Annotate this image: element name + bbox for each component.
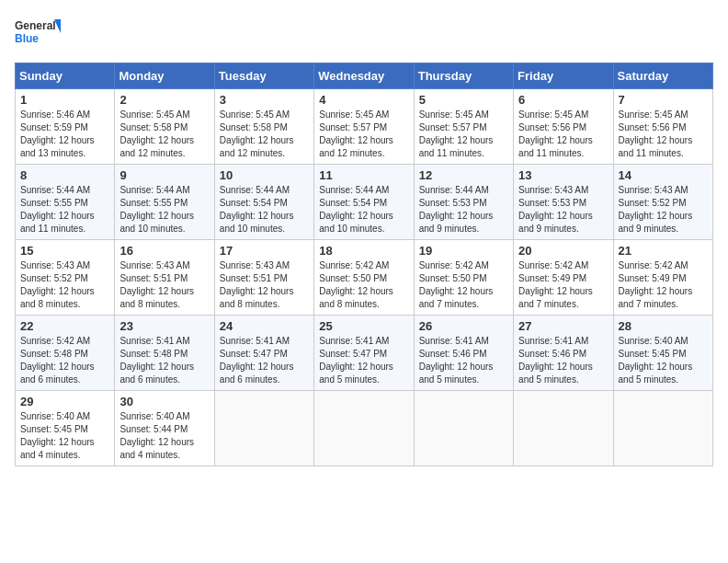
calendar-cell: 29 Sunrise: 5:40 AMSunset: 5:45 PMDaylig…	[16, 391, 115, 466]
day-number: 10	[220, 168, 309, 182]
calendar-cell: 9 Sunrise: 5:44 AMSunset: 5:55 PMDayligh…	[115, 165, 214, 240]
day-info: Sunrise: 5:40 AMSunset: 5:45 PMDaylight:…	[20, 410, 109, 462]
calendar-cell: 12 Sunrise: 5:44 AMSunset: 5:53 PMDaylig…	[414, 165, 513, 240]
calendar-week-3: 15 Sunrise: 5:43 AMSunset: 5:52 PMDaylig…	[16, 240, 713, 316]
day-number: 6	[518, 93, 608, 107]
day-number: 25	[319, 319, 408, 333]
day-number: 18	[319, 244, 408, 258]
calendar-cell: 17 Sunrise: 5:43 AMSunset: 5:51 PMDaylig…	[214, 240, 313, 316]
calendar-cell: 5 Sunrise: 5:45 AMSunset: 5:57 PMDayligh…	[414, 89, 513, 165]
day-number: 28	[619, 319, 708, 333]
day-number: 8	[20, 168, 109, 182]
day-number: 21	[619, 244, 708, 258]
svg-text:Blue: Blue	[15, 32, 39, 45]
day-number: 20	[518, 244, 608, 258]
calendar-week-2: 8 Sunrise: 5:44 AMSunset: 5:55 PMDayligh…	[16, 165, 713, 240]
calendar-cell	[613, 391, 712, 466]
day-number: 17	[220, 244, 309, 258]
calendar-cell: 13 Sunrise: 5:43 AMSunset: 5:53 PMDaylig…	[514, 165, 613, 240]
day-number: 16	[119, 244, 209, 258]
header-day-saturday: Saturday	[613, 63, 712, 89]
calendar-cell: 16 Sunrise: 5:43 AMSunset: 5:51 PMDaylig…	[115, 240, 214, 316]
day-info: Sunrise: 5:41 AMSunset: 5:47 PMDaylight:…	[220, 335, 309, 386]
calendar-cell: 3 Sunrise: 5:45 AMSunset: 5:58 PMDayligh…	[214, 89, 313, 165]
day-number: 1	[20, 93, 109, 107]
calendar-cell: 25 Sunrise: 5:41 AMSunset: 5:47 PMDaylig…	[314, 316, 414, 391]
calendar-cell: 22 Sunrise: 5:42 AMSunset: 5:48 PMDaylig…	[16, 316, 115, 391]
day-info: Sunrise: 5:44 AMSunset: 5:53 PMDaylight:…	[419, 184, 508, 236]
day-info: Sunrise: 5:46 AMSunset: 5:59 PMDaylight:…	[20, 109, 109, 160]
calendar-body: 1 Sunrise: 5:46 AMSunset: 5:59 PMDayligh…	[16, 89, 713, 466]
calendar-cell: 11 Sunrise: 5:44 AMSunset: 5:54 PMDaylig…	[314, 165, 414, 240]
calendar-cell: 18 Sunrise: 5:42 AMSunset: 5:50 PMDaylig…	[314, 240, 414, 316]
header-row: SundayMondayTuesdayWednesdayThursdayFrid…	[16, 63, 713, 89]
day-number: 30	[119, 395, 209, 408]
calendar-cell: 20 Sunrise: 5:42 AMSunset: 5:49 PMDaylig…	[514, 240, 613, 316]
day-number: 23	[119, 319, 209, 333]
header-day-tuesday: Tuesday	[214, 63, 313, 89]
calendar-cell	[214, 391, 313, 466]
day-info: Sunrise: 5:44 AMSunset: 5:54 PMDaylight:…	[319, 184, 408, 236]
day-info: Sunrise: 5:45 AMSunset: 5:57 PMDaylight:…	[319, 109, 408, 160]
calendar-cell: 4 Sunrise: 5:45 AMSunset: 5:57 PMDayligh…	[314, 89, 414, 165]
calendar-cell: 27 Sunrise: 5:41 AMSunset: 5:46 PMDaylig…	[514, 316, 613, 391]
day-number: 22	[20, 319, 109, 333]
day-info: Sunrise: 5:45 AMSunset: 5:57 PMDaylight:…	[419, 109, 508, 160]
day-info: Sunrise: 5:42 AMSunset: 5:49 PMDaylight:…	[518, 259, 608, 311]
day-info: Sunrise: 5:41 AMSunset: 5:46 PMDaylight:…	[518, 335, 608, 386]
day-info: Sunrise: 5:43 AMSunset: 5:52 PMDaylight:…	[619, 184, 708, 236]
day-info: Sunrise: 5:44 AMSunset: 5:55 PMDaylight:…	[20, 184, 109, 236]
page-header: General Blue	[15, 15, 713, 52]
calendar-week-1: 1 Sunrise: 5:46 AMSunset: 5:59 PMDayligh…	[16, 89, 713, 165]
day-info: Sunrise: 5:42 AMSunset: 5:48 PMDaylight:…	[20, 335, 109, 386]
day-info: Sunrise: 5:42 AMSunset: 5:50 PMDaylight:…	[419, 259, 508, 311]
calendar-cell: 30 Sunrise: 5:40 AMSunset: 5:44 PMDaylig…	[115, 391, 214, 466]
calendar-cell: 15 Sunrise: 5:43 AMSunset: 5:52 PMDaylig…	[16, 240, 115, 316]
day-number: 26	[419, 319, 508, 333]
calendar-cell: 8 Sunrise: 5:44 AMSunset: 5:55 PMDayligh…	[16, 165, 115, 240]
day-number: 2	[119, 93, 209, 107]
day-number: 7	[619, 93, 708, 107]
calendar-cell	[514, 391, 613, 466]
calendar-cell: 2 Sunrise: 5:45 AMSunset: 5:58 PMDayligh…	[115, 89, 214, 165]
calendar-cell: 10 Sunrise: 5:44 AMSunset: 5:54 PMDaylig…	[214, 165, 313, 240]
day-number: 4	[319, 93, 408, 107]
header-day-thursday: Thursday	[414, 63, 513, 89]
calendar-week-5: 29 Sunrise: 5:40 AMSunset: 5:45 PMDaylig…	[16, 391, 713, 466]
header-day-friday: Friday	[514, 63, 613, 89]
header-day-wednesday: Wednesday	[314, 63, 414, 89]
day-info: Sunrise: 5:40 AMSunset: 5:45 PMDaylight:…	[619, 335, 708, 386]
calendar-cell: 19 Sunrise: 5:42 AMSunset: 5:50 PMDaylig…	[414, 240, 513, 316]
day-number: 13	[518, 168, 608, 182]
day-info: Sunrise: 5:43 AMSunset: 5:52 PMDaylight:…	[20, 259, 109, 311]
day-info: Sunrise: 5:43 AMSunset: 5:51 PMDaylight:…	[119, 259, 209, 311]
day-info: Sunrise: 5:45 AMSunset: 5:58 PMDaylight:…	[220, 109, 309, 160]
calendar-cell: 23 Sunrise: 5:41 AMSunset: 5:48 PMDaylig…	[115, 316, 214, 391]
day-info: Sunrise: 5:45 AMSunset: 5:58 PMDaylight:…	[119, 109, 209, 160]
day-number: 11	[319, 168, 408, 182]
day-info: Sunrise: 5:43 AMSunset: 5:51 PMDaylight:…	[220, 259, 309, 311]
day-number: 15	[20, 244, 109, 258]
calendar-cell	[314, 391, 414, 466]
day-info: Sunrise: 5:42 AMSunset: 5:49 PMDaylight:…	[619, 259, 708, 311]
logo-svg: General Blue	[15, 15, 61, 52]
day-number: 19	[419, 244, 508, 258]
day-info: Sunrise: 5:44 AMSunset: 5:54 PMDaylight:…	[220, 184, 309, 236]
day-number: 29	[20, 395, 109, 408]
day-number: 5	[419, 93, 508, 107]
calendar-week-4: 22 Sunrise: 5:42 AMSunset: 5:48 PMDaylig…	[16, 316, 713, 391]
calendar-cell: 26 Sunrise: 5:41 AMSunset: 5:46 PMDaylig…	[414, 316, 513, 391]
calendar-cell	[414, 391, 513, 466]
day-number: 14	[619, 168, 708, 182]
calendar-cell: 1 Sunrise: 5:46 AMSunset: 5:59 PMDayligh…	[16, 89, 115, 165]
day-info: Sunrise: 5:44 AMSunset: 5:55 PMDaylight:…	[119, 184, 209, 236]
calendar-cell: 24 Sunrise: 5:41 AMSunset: 5:47 PMDaylig…	[214, 316, 313, 391]
calendar-cell: 7 Sunrise: 5:45 AMSunset: 5:56 PMDayligh…	[613, 89, 712, 165]
calendar-cell: 28 Sunrise: 5:40 AMSunset: 5:45 PMDaylig…	[613, 316, 712, 391]
day-number: 9	[119, 168, 209, 182]
logo: General Blue	[15, 15, 61, 52]
day-number: 24	[220, 319, 309, 333]
calendar-cell: 6 Sunrise: 5:45 AMSunset: 5:56 PMDayligh…	[514, 89, 613, 165]
calendar-cell: 21 Sunrise: 5:42 AMSunset: 5:49 PMDaylig…	[613, 240, 712, 316]
day-info: Sunrise: 5:41 AMSunset: 5:47 PMDaylight:…	[319, 335, 408, 386]
